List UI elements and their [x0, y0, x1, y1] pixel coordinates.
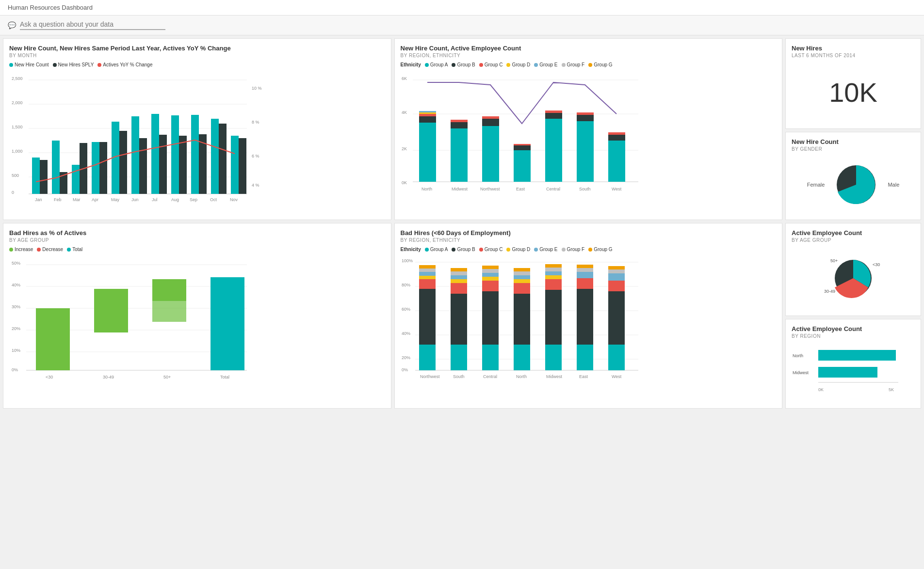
svg-rect-59 — [419, 114, 436, 116]
svg-text:South: South — [453, 374, 465, 379]
svg-rect-141 — [482, 266, 499, 269]
legend-groupB2: Group B — [452, 247, 475, 252]
bad-hires-60-subtitle: BY REGION, ETHNICITY — [401, 237, 777, 243]
new-hires-big-value: 10K — [792, 62, 915, 123]
svg-text:Midwest: Midwest — [546, 374, 563, 379]
svg-rect-28 — [151, 114, 159, 194]
new-hire-gender-subtitle: BY GENDER — [792, 146, 915, 152]
region-legend: Ethnicity Group A Group B Group C Group … — [401, 62, 777, 67]
svg-rect-139 — [482, 273, 499, 277]
svg-text:10%: 10% — [12, 348, 20, 353]
svg-rect-67 — [482, 116, 499, 119]
svg-text:Apr: Apr — [92, 197, 98, 202]
svg-rect-64 — [451, 120, 468, 122]
svg-text:Midwest: Midwest — [793, 370, 809, 375]
svg-rect-61 — [419, 111, 436, 112]
bad-hires-60-svg: 100% 80% 60% 40% 20% 0% — [401, 255, 643, 391]
bad-hires-pct-subtitle: BY AGE GROUP — [9, 237, 385, 243]
svg-rect-101 — [94, 289, 128, 332]
svg-rect-31 — [179, 136, 187, 194]
legend-total: Total — [67, 247, 82, 252]
svg-text:100%: 100% — [402, 258, 413, 263]
region-chart-svg: 6K 4K 2K 0K — [401, 70, 643, 206]
new-hires-big-title: New Hires — [792, 45, 915, 52]
qa-bar: 💬 — [0, 16, 924, 35]
svg-rect-132 — [451, 275, 467, 279]
svg-text:10 %: 10 % — [252, 86, 262, 91]
male-label: Male — [888, 182, 899, 188]
active-age-title: Active Employee Count — [792, 229, 915, 237]
svg-rect-151 — [545, 279, 562, 290]
svg-rect-69 — [514, 145, 531, 150]
female-label: Female — [807, 182, 825, 188]
svg-rect-36 — [231, 136, 239, 194]
svg-rect-79 — [608, 132, 625, 135]
svg-text:Northwest: Northwest — [420, 374, 440, 379]
svg-text:East: East — [516, 187, 525, 191]
svg-rect-122 — [419, 289, 436, 345]
new-hires-big-card: New Hires LAST 6 MONTHS OF 2014 10K — [785, 38, 921, 129]
legend-groupA: Group A — [425, 62, 448, 67]
svg-rect-157 — [577, 289, 593, 345]
active-age-card: Active Employee Count BY AGE GROUP 50+ <… — [785, 223, 921, 316]
new-hires-big-subtitle: LAST 6 MONTHS OF 2014 — [792, 53, 915, 58]
svg-rect-17 — [40, 160, 48, 194]
svg-text:2,500: 2,500 — [12, 76, 23, 81]
dashboard: New Hire Count, New Hires Same Period La… — [0, 35, 924, 411]
svg-rect-22 — [92, 142, 99, 194]
svg-rect-20 — [72, 165, 80, 194]
app-title: Human Resources Dashboard — [8, 4, 93, 11]
bad-hires-pct-svg: 50% 40% 30% 20% 10% 0% <30 30-49 — [9, 255, 261, 391]
svg-rect-73 — [545, 111, 562, 113]
new-hire-region-card: New Hire Count, Active Employee Count BY… — [394, 38, 783, 220]
svg-rect-181 — [818, 350, 896, 361]
svg-text:North: North — [421, 187, 432, 191]
new-hire-legend: New Hire Count New Hires SPLY Actives Yo… — [9, 62, 385, 67]
svg-rect-134 — [451, 268, 467, 271]
svg-text:Central: Central — [483, 374, 497, 379]
svg-rect-133 — [451, 271, 467, 275]
legend-groupE2: Group E — [534, 247, 557, 252]
svg-rect-121 — [419, 345, 436, 370]
svg-text:Midwest: Midwest — [452, 187, 468, 191]
legend-groupF2: Group F — [562, 247, 585, 252]
qa-input[interactable] — [20, 20, 165, 30]
svg-text:West: West — [612, 187, 622, 191]
svg-text:Northwest: Northwest — [480, 187, 500, 191]
svg-rect-153 — [545, 271, 562, 275]
svg-rect-159 — [577, 272, 593, 278]
svg-text:Sep: Sep — [190, 197, 197, 202]
svg-rect-144 — [514, 283, 530, 294]
right-column-bot: Active Employee Count BY AGE GROUP 50+ <… — [785, 223, 921, 409]
legend-dot-red — [97, 63, 101, 67]
legend-label-new-hire: New Hire Count — [15, 62, 49, 67]
active-age-subtitle: BY AGE GROUP — [792, 237, 915, 243]
legend-groupD2: Group D — [506, 247, 530, 252]
active-region-svg: North Midwest 0K 5K — [792, 343, 908, 401]
svg-rect-131 — [451, 279, 467, 283]
svg-text:50%: 50% — [12, 261, 20, 266]
svg-rect-162 — [608, 345, 625, 370]
svg-rect-68 — [514, 150, 531, 182]
svg-rect-103 — [152, 301, 186, 322]
svg-rect-32 — [191, 115, 199, 194]
svg-text:80%: 80% — [402, 283, 410, 287]
svg-rect-72 — [545, 113, 562, 119]
svg-text:May: May — [111, 197, 120, 202]
svg-rect-129 — [451, 294, 467, 345]
legend-groupD: Group D — [506, 62, 530, 67]
new-hire-count-card: New Hire Count, New Hires Same Period La… — [3, 38, 391, 220]
svg-text:0%: 0% — [402, 367, 408, 372]
svg-rect-63 — [451, 122, 468, 128]
ethnicity-label: Ethnicity — [401, 62, 421, 67]
svg-rect-18 — [52, 141, 60, 194]
new-hire-count-subtitle: BY MONTH — [9, 53, 385, 58]
svg-text:6K: 6K — [402, 76, 407, 81]
svg-rect-30 — [171, 115, 179, 194]
svg-rect-37 — [239, 138, 246, 194]
new-hire-gender-card: New Hire Count BY GENDER Female Male — [785, 132, 921, 220]
svg-rect-123 — [419, 279, 436, 289]
decrease-label: Decrease — [42, 247, 63, 252]
svg-text:2,000: 2,000 — [12, 100, 23, 105]
app-header: Human Resources Dashboard — [0, 0, 924, 16]
